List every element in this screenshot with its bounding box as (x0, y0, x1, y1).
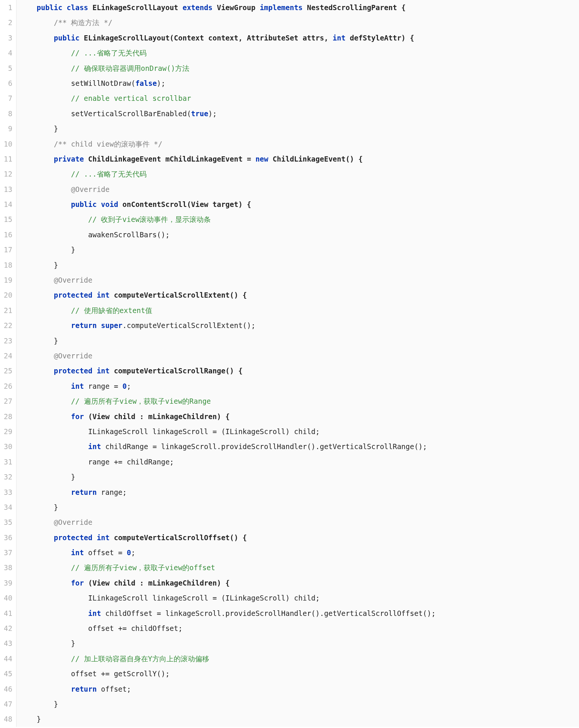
line-number: 12 (0, 166, 12, 181)
code-line: // 遍历所有子view，获取子view的offset (20, 560, 579, 575)
code-line: } (20, 500, 579, 515)
code-line: } (20, 697, 579, 712)
code-line: return super.computeVerticalScrollExtent… (20, 318, 579, 333)
line-number: 33 (0, 485, 12, 500)
line-number: 3 (0, 30, 12, 45)
line-number: 11 (0, 151, 12, 166)
line-number: 13 (0, 182, 12, 197)
line-number: 37 (0, 545, 12, 560)
line-number: 45 (0, 666, 12, 681)
code-line: protected int computeVerticalScrollOffse… (20, 530, 579, 545)
line-number: 30 (0, 439, 12, 454)
code-area[interactable]: public class ELinkageScrollLayout extend… (16, 0, 579, 727)
code-line: ILinkageScroll linkageScroll = (ILinkage… (20, 424, 579, 439)
line-number: 22 (0, 318, 12, 333)
code-line: setVerticalScrollBarEnabled(true); (20, 106, 579, 121)
line-number: 48 (0, 712, 12, 727)
line-number: 47 (0, 697, 12, 712)
line-number: 10 (0, 136, 12, 151)
code-line: return range; (20, 485, 579, 500)
line-number: 6 (0, 76, 12, 91)
code-line: int childOffset = linkageScroll.provideS… (20, 606, 579, 621)
code-line: offset += childOffset; (20, 621, 579, 636)
code-line: /** child view的滚动事件 */ (20, 136, 579, 151)
line-number: 44 (0, 651, 12, 666)
line-number: 25 (0, 363, 12, 378)
line-number: 9 (0, 121, 12, 136)
code-line: protected int computeVerticalScrollRange… (20, 363, 579, 378)
code-line: // 遍历所有子view，获取子view的Range (20, 394, 579, 409)
line-number: 5 (0, 61, 12, 76)
line-number: 20 (0, 288, 12, 303)
code-line: // ...省略了无关代码 (20, 45, 579, 60)
code-line: protected int computeVerticalScrollExten… (20, 288, 579, 303)
line-number: 39 (0, 575, 12, 590)
code-line: // 确保联动容器调用onDraw()方法 (20, 61, 579, 76)
line-number: 8 (0, 106, 12, 121)
line-number: 26 (0, 379, 12, 394)
code-line: ILinkageScroll linkageScroll = (ILinkage… (20, 590, 579, 605)
line-number: 46 (0, 682, 12, 697)
line-number: 29 (0, 424, 12, 439)
line-number: 42 (0, 621, 12, 636)
line-number: 27 (0, 394, 12, 409)
line-number: 40 (0, 590, 12, 605)
line-number: 34 (0, 500, 12, 515)
code-line: @Override (20, 515, 579, 530)
line-number: 24 (0, 348, 12, 363)
code-line: } (20, 636, 579, 651)
code-line: public void onContentScroll(View target)… (20, 197, 579, 212)
line-number: 21 (0, 303, 12, 318)
code-line: } (20, 469, 579, 484)
code-line: range += childRange; (20, 454, 579, 469)
code-line: } (20, 258, 579, 273)
line-number: 35 (0, 515, 12, 530)
line-number: 41 (0, 606, 12, 621)
line-number: 2 (0, 15, 12, 30)
code-line: private ChildLinkageEvent mChildLinkageE… (20, 151, 579, 166)
line-number: 31 (0, 454, 12, 469)
code-line: for (View child : mLinkageChildren) { (20, 575, 579, 590)
code-line: int childRange = linkageScroll.provideSc… (20, 439, 579, 454)
line-number: 18 (0, 258, 12, 273)
line-number-gutter: 1 2 3 4 5 6 7 8 9 10 11 12 13 14 15 16 1… (0, 0, 16, 727)
code-line: awakenScrollBars(); (20, 227, 579, 242)
line-number: 43 (0, 636, 12, 651)
line-number: 19 (0, 273, 12, 288)
line-number: 16 (0, 227, 12, 242)
line-number: 38 (0, 560, 12, 575)
code-line: // 加上联动容器自身在Y方向上的滚动偏移 (20, 651, 579, 666)
code-line: } (20, 333, 579, 348)
code-line: setWillNotDraw(false); (20, 76, 579, 91)
code-line: /** 构造方法 */ (20, 15, 579, 30)
line-number: 23 (0, 333, 12, 348)
line-number: 36 (0, 530, 12, 545)
code-line: int offset = 0; (20, 545, 579, 560)
line-number: 14 (0, 197, 12, 212)
code-line: // enable vertical scrollbar (20, 91, 579, 106)
line-number: 4 (0, 45, 12, 60)
line-number: 17 (0, 242, 12, 257)
code-line: } (20, 121, 579, 136)
line-number: 7 (0, 91, 12, 106)
line-number: 15 (0, 212, 12, 227)
code-line: // ...省略了无关代码 (20, 166, 579, 181)
code-line: // 使用缺省的extent值 (20, 303, 579, 318)
code-line: } (20, 712, 579, 727)
code-line: @Override (20, 182, 579, 197)
code-line: @Override (20, 273, 579, 288)
code-line: public class ELinkageScrollLayout extend… (20, 0, 579, 15)
code-line: @Override (20, 348, 579, 363)
code-line: // 收到子view滚动事件，显示滚动条 (20, 212, 579, 227)
code-line: return offset; (20, 682, 579, 697)
line-number: 28 (0, 409, 12, 424)
code-line: offset += getScrollY(); (20, 666, 579, 681)
line-number: 32 (0, 469, 12, 484)
code-line: public ELinkageScrollLayout(Context cont… (20, 30, 579, 45)
code-line: } (20, 242, 579, 257)
code-line: int range = 0; (20, 379, 579, 394)
line-number: 1 (0, 0, 12, 15)
code-line: for (View child : mLinkageChildren) { (20, 409, 579, 424)
